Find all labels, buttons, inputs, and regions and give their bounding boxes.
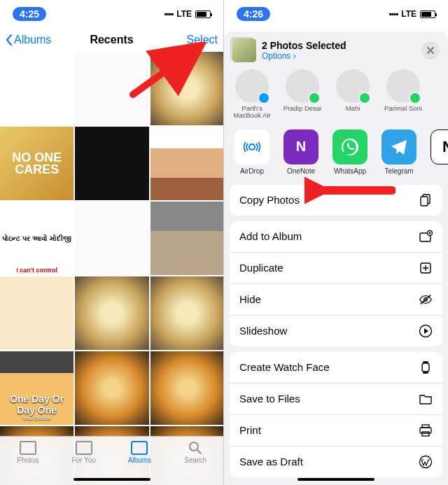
share-sheet: 2 Photos Selected Options › Parth's MacB… [224, 31, 448, 485]
avatar-icon [336, 69, 370, 103]
heart-icon [76, 441, 92, 455]
photo-thumbnail[interactable] [75, 202, 148, 275]
select-button[interactable]: Select [187, 34, 218, 46]
action-row-wp[interactable]: Save as Draft [230, 447, 442, 477]
share-app[interactable]: AirDrop [232, 129, 272, 175]
photos-icon [20, 441, 36, 455]
share-target[interactable]: Parimal Soni [382, 69, 424, 120]
action-row-play[interactable]: Slideshow [230, 316, 442, 346]
share-apps-row[interactable]: AirDropNOneNoteWhatsAppTelegramN [224, 124, 448, 179]
photo-thumbnail[interactable]: One Day Or Day One You Decide [0, 351, 74, 425]
avatar-icon [235, 69, 269, 103]
action-row-copy[interactable]: Copy Photos [230, 185, 442, 216]
action-row-duplicate[interactable]: Duplicate [230, 253, 442, 284]
action-section: Copy Photos [230, 185, 442, 216]
tab-bar: Photos For You Albums Search [0, 436, 223, 485]
watch-icon [419, 360, 433, 374]
action-label: Slideshow [239, 325, 287, 337]
tab-foryou[interactable]: For You [56, 441, 112, 464]
close-button[interactable] [421, 41, 440, 59]
status-bar: 4:25 ▪▪▪▪ LTE [0, 0, 223, 28]
action-section: Create Watch FaceSave to FilesPrintSave … [230, 352, 442, 477]
photo-thumbnail[interactable] [75, 52, 148, 125]
photo-thumbnail[interactable] [75, 127, 148, 200]
photo-thumbnail[interactable] [150, 276, 224, 350]
onenote-icon: N [284, 129, 318, 164]
photo-grid: NO ONE CARES પોઇન્ટ પર આવો મોદીજી I can'… [0, 52, 224, 485]
svg-point-0 [190, 442, 198, 451]
photo-thumbnail[interactable] [75, 351, 148, 425]
share-app[interactable]: Telegram [379, 129, 419, 175]
photo-thumbnail[interactable] [0, 276, 74, 350]
battery-icon [195, 10, 211, 18]
share-app[interactable]: WhatsApp [330, 129, 370, 175]
sheet-title: 2 Photos Selected [262, 40, 416, 51]
status-clock: 4:26 [237, 7, 270, 21]
target-label: Pradip Desai [284, 105, 321, 119]
target-label: Parth's MacBook Air [231, 105, 273, 120]
photo-thumbnail[interactable] [150, 351, 224, 425]
back-button[interactable]: Albums [6, 34, 51, 46]
share-target[interactable]: Mahi [332, 69, 374, 120]
battery-icon [420, 10, 435, 18]
action-row-hide[interactable]: Hide [230, 284, 442, 316]
print-icon [419, 423, 433, 437]
svg-rect-13 [422, 432, 429, 436]
app-label: AirDrop [240, 167, 264, 175]
folder-icon [419, 392, 433, 406]
target-label: Parimal Soni [384, 105, 422, 119]
photo-thumbnail[interactable] [150, 127, 224, 200]
action-label: Copy Photos [239, 194, 300, 206]
action-row-folder[interactable]: Save to Files [230, 384, 442, 415]
photo-thumbnail[interactable]: પોઇન્ટ પર આવો મોદીજી I can't control [0, 202, 74, 275]
home-indicator[interactable] [298, 478, 374, 481]
svg-point-14 [420, 456, 432, 468]
app-label: OneNote [287, 167, 315, 175]
photo-thumbnail[interactable] [150, 202, 224, 275]
svg-point-1 [249, 144, 255, 150]
whatsapp-icon [332, 129, 368, 164]
back-label: Albums [14, 34, 51, 46]
close-icon [426, 46, 435, 55]
action-label: Save as Draft [239, 456, 303, 468]
avatar-icon [386, 69, 420, 103]
share-targets-row[interactable]: Parth's MacBook AirPradip DesaiMahiParim… [224, 69, 448, 124]
share-target[interactable]: Pradip Desai [281, 69, 323, 120]
albums-icon [131, 441, 148, 455]
duplicate-icon [419, 261, 433, 275]
target-label: Mahi [346, 105, 360, 119]
status-bar: 4:26 ▪▪▪▪ LTE [224, 0, 448, 28]
chevron-left-icon [6, 34, 13, 45]
tab-photos[interactable]: Photos [0, 441, 56, 464]
tab-albums[interactable]: Albums [112, 441, 168, 464]
share-target[interactable]: Parth's MacBook Air [231, 69, 273, 120]
nav-header: Albums Recents Select [0, 28, 223, 52]
photo-thumbnail[interactable] [150, 52, 224, 125]
share-app[interactable]: N [428, 129, 448, 175]
search-icon [187, 441, 204, 455]
svg-rect-10 [422, 363, 429, 372]
action-label: Duplicate [239, 262, 284, 274]
photo-thumbnail[interactable] [75, 276, 148, 350]
status-clock: 4:25 [13, 7, 46, 21]
selection-thumbnail-icon [232, 38, 256, 62]
telegram-icon [382, 129, 416, 164]
copy-icon [419, 193, 433, 207]
action-section: Add to AlbumDuplicateHideSlideshow [230, 221, 442, 346]
app-label: Telegram [384, 167, 413, 175]
action-label: Print [239, 424, 261, 436]
home-indicator[interactable] [74, 478, 150, 481]
action-row-watch[interactable]: Create Watch Face [230, 352, 442, 384]
photos-app-screen: 4:25 ▪▪▪▪ LTE Albums Recents Select NO O… [0, 0, 224, 485]
hide-icon [419, 293, 433, 307]
action-row-print[interactable]: Print [230, 415, 442, 447]
share-app[interactable]: NOneNote [281, 129, 321, 175]
photo-thumbnail[interactable]: NO ONE CARES [0, 127, 74, 200]
action-row-album[interactable]: Add to Album [230, 221, 442, 253]
signal-icon: ▪▪▪▪ [388, 9, 398, 19]
photo-thumbnail[interactable] [0, 52, 74, 125]
tab-search[interactable]: Search [167, 441, 223, 464]
status-right: ▪▪▪▪ LTE [388, 9, 435, 19]
network-label: LTE [401, 9, 416, 19]
options-button[interactable]: Options › [262, 51, 416, 61]
